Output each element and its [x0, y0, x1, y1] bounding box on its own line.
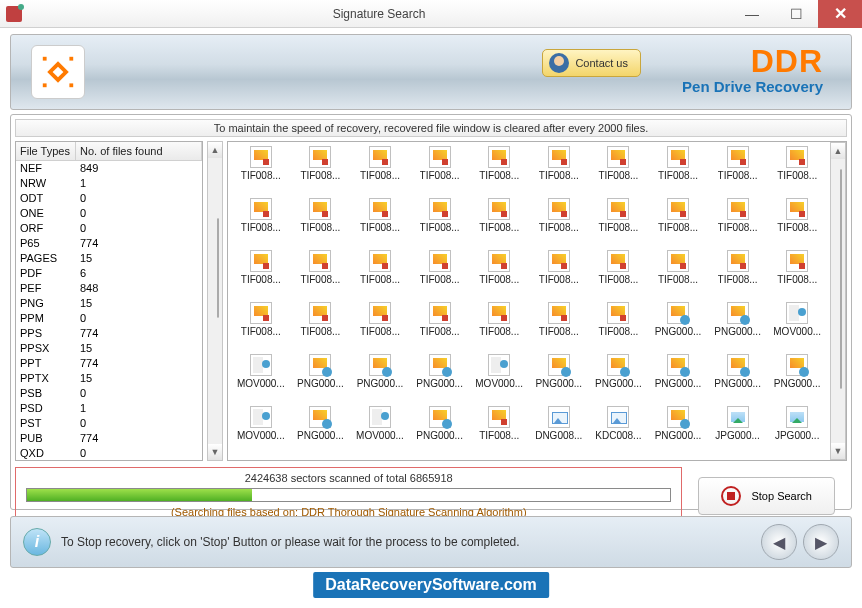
file-thumbnail[interactable]: TIF008... — [292, 198, 350, 248]
file-thumbnail[interactable]: PNG000... — [292, 406, 350, 456]
table-row[interactable]: PDF6 — [16, 266, 202, 281]
file-thumbnail[interactable]: TIF008... — [232, 302, 290, 352]
table-row[interactable]: PSB0 — [16, 386, 202, 401]
file-thumbnail[interactable]: TIF008... — [768, 198, 826, 248]
file-thumbnail[interactable]: PNG000... — [411, 354, 469, 404]
file-thumbnail[interactable]: TIF008... — [470, 146, 528, 196]
file-thumbnail[interactable]: MOV000... — [351, 406, 409, 456]
file-thumbnail[interactable]: TIF008... — [351, 146, 409, 196]
maximize-button[interactable]: ☐ — [774, 0, 818, 28]
file-thumbnail[interactable]: MOV000... — [470, 354, 528, 404]
file-thumbnail[interactable]: TIF008... — [411, 302, 469, 352]
table-row[interactable]: PAGES15 — [16, 251, 202, 266]
file-thumbnail[interactable]: MOV000... — [232, 354, 290, 404]
file-thumbnail[interactable]: TIF008... — [709, 198, 767, 248]
file-thumbnail[interactable]: TIF008... — [232, 146, 290, 196]
table-row[interactable]: ODT0 — [16, 191, 202, 206]
scroll-thumb[interactable] — [217, 218, 219, 318]
nav-forward-button[interactable]: ▶ — [803, 524, 839, 560]
table-row[interactable]: PEF848 — [16, 281, 202, 296]
table-row[interactable]: PPS774 — [16, 326, 202, 341]
file-thumbnail[interactable]: TIF008... — [590, 198, 648, 248]
scroll-up-icon[interactable]: ▲ — [831, 143, 845, 159]
file-thumbnail[interactable]: TIF008... — [232, 250, 290, 300]
file-thumbnail[interactable]: TIF008... — [709, 146, 767, 196]
file-types-body[interactable]: NEF849NRW1ODT0ONE0ORF0P65774PAGES15PDF6P… — [16, 161, 202, 460]
file-thumbnail[interactable]: TIF008... — [351, 198, 409, 248]
file-thumbnail[interactable]: PNG000... — [709, 354, 767, 404]
file-thumbnail[interactable]: TIF008... — [351, 250, 409, 300]
file-thumbnail[interactable]: KDC008... — [590, 406, 648, 456]
file-thumbnail[interactable]: TIF008... — [530, 146, 588, 196]
file-thumbnail[interactable]: TIF008... — [470, 406, 528, 456]
file-thumbnail[interactable]: TIF008... — [411, 146, 469, 196]
file-thumbnail[interactable]: PNG000... — [768, 354, 826, 404]
file-thumbnail[interactable]: MOV000... — [768, 302, 826, 352]
file-thumbnail[interactable]: TIF008... — [590, 302, 648, 352]
scroll-down-icon[interactable]: ▼ — [831, 443, 845, 459]
contact-us-button[interactable]: Contact us — [542, 49, 641, 77]
scroll-thumb[interactable] — [840, 169, 842, 389]
scroll-up-icon[interactable]: ▲ — [208, 142, 222, 158]
file-thumbnail[interactable]: TIF008... — [351, 302, 409, 352]
table-row[interactable]: NRW1 — [16, 176, 202, 191]
file-thumbnail[interactable]: TIF008... — [709, 250, 767, 300]
file-types-scrollbar[interactable]: ▲ ▼ — [207, 141, 223, 461]
file-thumbnail[interactable]: DNG008... — [530, 406, 588, 456]
file-thumbnail[interactable]: TIF008... — [530, 198, 588, 248]
file-thumbnail[interactable]: TIF008... — [292, 146, 350, 196]
table-row[interactable]: PPT774 — [16, 356, 202, 371]
file-thumbnail[interactable]: TIF008... — [470, 302, 528, 352]
nav-back-button[interactable]: ◀ — [761, 524, 797, 560]
file-thumbnail[interactable]: TIF008... — [590, 146, 648, 196]
col-file-types[interactable]: File Types — [16, 142, 76, 160]
file-thumbnail[interactable]: TIF008... — [470, 250, 528, 300]
file-thumbnail[interactable]: JPG000... — [768, 406, 826, 456]
file-thumbnail[interactable]: MOV000... — [232, 406, 290, 456]
file-thumbnail[interactable]: TIF008... — [590, 250, 648, 300]
thumbs-scrollbar[interactable]: ▲ ▼ — [830, 142, 846, 460]
table-row[interactable]: PNG15 — [16, 296, 202, 311]
scroll-down-icon[interactable]: ▼ — [208, 444, 222, 460]
stop-search-button[interactable]: Stop Search — [698, 477, 835, 515]
minimize-button[interactable]: — — [730, 0, 774, 28]
table-row[interactable]: P65774 — [16, 236, 202, 251]
file-thumbnail[interactable]: TIF008... — [530, 250, 588, 300]
file-thumbnail[interactable]: PNG000... — [292, 354, 350, 404]
table-row[interactable]: PSD1 — [16, 401, 202, 416]
file-thumbnail[interactable]: JPG000... — [709, 406, 767, 456]
file-thumbnail[interactable]: TIF008... — [232, 198, 290, 248]
file-thumbnail[interactable]: TIF008... — [292, 250, 350, 300]
table-row[interactable]: PPM0 — [16, 311, 202, 326]
table-row[interactable]: PUB774 — [16, 431, 202, 446]
table-row[interactable]: PPSX15 — [16, 341, 202, 356]
col-files-found[interactable]: No. of files found — [76, 142, 202, 160]
table-row[interactable]: ONE0 — [16, 206, 202, 221]
file-thumbnail[interactable]: PNG000... — [411, 406, 469, 456]
table-row[interactable]: PPTX15 — [16, 371, 202, 386]
file-thumbnail[interactable]: TIF008... — [292, 302, 350, 352]
table-row[interactable]: QXD0 — [16, 446, 202, 460]
file-thumbnail[interactable]: TIF008... — [649, 198, 707, 248]
file-thumbnail[interactable]: TIF008... — [768, 146, 826, 196]
file-thumbnail[interactable]: TIF008... — [411, 250, 469, 300]
file-thumbnail[interactable]: PNG000... — [649, 406, 707, 456]
file-thumbnail[interactable]: PNG000... — [530, 354, 588, 404]
png-file-icon — [727, 302, 749, 324]
close-button[interactable]: ✕ — [818, 0, 862, 28]
file-thumbnail[interactable]: PNG000... — [351, 354, 409, 404]
table-row[interactable]: ORF0 — [16, 221, 202, 236]
file-thumbnail[interactable]: TIF008... — [530, 302, 588, 352]
table-row[interactable]: PST0 — [16, 416, 202, 431]
table-row[interactable]: NEF849 — [16, 161, 202, 176]
file-thumbnail[interactable]: TIF008... — [470, 198, 528, 248]
file-thumbnail[interactable]: TIF008... — [411, 198, 469, 248]
thumbnail-grid[interactable]: TIF008...TIF008...TIF008...TIF008...TIF0… — [228, 142, 830, 460]
file-thumbnail[interactable]: TIF008... — [649, 146, 707, 196]
file-thumbnail[interactable]: PNG000... — [649, 354, 707, 404]
file-thumbnail[interactable]: PNG000... — [709, 302, 767, 352]
file-thumbnail[interactable]: PNG000... — [649, 302, 707, 352]
file-thumbnail[interactable]: PNG000... — [590, 354, 648, 404]
file-thumbnail[interactable]: TIF008... — [649, 250, 707, 300]
file-thumbnail[interactable]: TIF008... — [768, 250, 826, 300]
